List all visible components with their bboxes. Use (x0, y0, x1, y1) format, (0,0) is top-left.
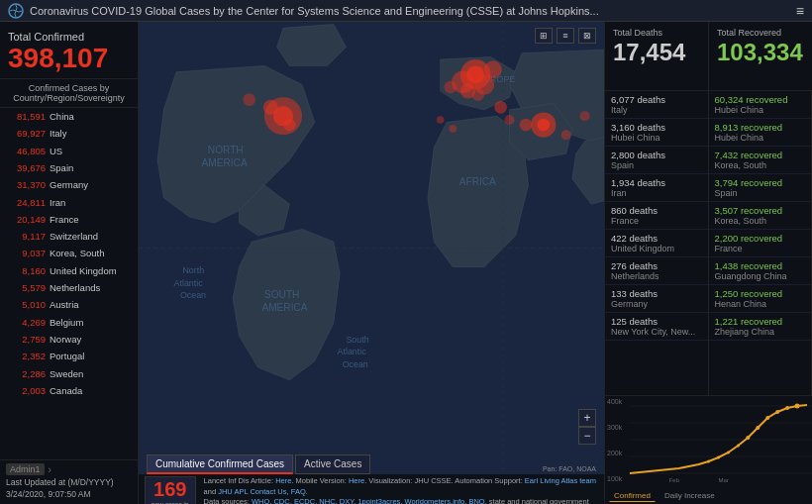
svg-text:AMERICA: AMERICA (261, 302, 307, 313)
map-expand-icon[interactable]: ⊠ (578, 28, 596, 44)
list-item[interactable]: 9,037Korea, South (0, 245, 138, 261)
list-item[interactable]: 81,591China (0, 108, 138, 125)
svg-point-54 (494, 101, 507, 114)
country-count: 9,117 (6, 230, 46, 243)
chart-tab-confirmed[interactable]: Confirmed (609, 489, 656, 502)
list-item[interactable]: 9,117Switzerland (0, 228, 138, 245)
country-name: Iran (50, 196, 65, 209)
country-count: 2,759 (6, 333, 46, 346)
recovered-location: Korea, South (715, 160, 806, 170)
chart-y-100k: 100k (607, 475, 622, 482)
svg-text:Ocean: Ocean (180, 290, 206, 300)
recovered-count: 8,913 recovered (715, 122, 806, 133)
map-list-icon[interactable]: ≡ (557, 28, 574, 44)
svg-text:SOUTH: SOUTH (264, 289, 300, 300)
list-item[interactable]: 20,149France (0, 211, 138, 228)
death-count: 1,934 deaths (611, 177, 702, 188)
chart-y-400k: 400k (607, 398, 622, 405)
country-name: Netherlands (50, 281, 100, 294)
header-title: Coronavirus COVID-19 Global Cases by the… (30, 5, 599, 17)
user-badge: Admin1 (6, 463, 45, 475)
svg-point-60 (795, 404, 800, 409)
list-item[interactable]: 2,352Portugal (0, 348, 138, 364)
death-count: 3,160 deaths (611, 122, 702, 133)
svg-text:Feb: Feb (669, 477, 680, 483)
list-item[interactable]: 24,811Iran (0, 194, 138, 211)
country-count: 2,352 (6, 350, 46, 362)
list-item: 8,913 recoveredHubei China (709, 119, 812, 147)
recovered-location: Zhejiang China (715, 327, 806, 337)
map-tab-active[interactable]: Active Cases (295, 454, 370, 474)
list-item: 1,438 recoveredGuangdong China (709, 257, 812, 285)
right-panel: Total Deaths 17,454 Total Recovered 103,… (604, 22, 812, 504)
zoom-out-button[interactable]: − (578, 427, 596, 445)
svg-text:Mar: Mar (718, 477, 728, 483)
list-item[interactable]: 31,370Germany (0, 176, 138, 193)
list-item[interactable]: 39,676Spain (0, 159, 138, 176)
country-name: Belgium (50, 316, 83, 329)
death-count: 133 deaths (611, 288, 702, 299)
list-item[interactable]: 4,269Belgium (0, 314, 138, 331)
menu-icon[interactable]: ≡ (796, 3, 804, 19)
info-footer: 169 new cases inlast 24h Lancet Inf Dis … (139, 474, 604, 504)
death-location: Hubei China (611, 133, 702, 143)
map-container[interactable]: NORTH AMERICA SOUTH AMERICA AFRICA ASIA … (139, 22, 604, 504)
country-list-header: Confirmed Cases byCountry/Region/Soverei… (0, 79, 138, 108)
new-cases-label: new cases inlast 24h (152, 500, 189, 504)
list-item[interactable]: 5,579Netherlands (0, 279, 138, 296)
country-list: 81,591China69,927Italy46,805US39,676Spai… (0, 108, 138, 459)
list-item[interactable]: 2,759Norway (0, 331, 138, 348)
list-item[interactable]: 5,010Austria (0, 296, 138, 313)
death-location: Germany (611, 299, 702, 309)
zoom-in-button[interactable]: + (578, 409, 596, 427)
app-logo (8, 3, 24, 19)
last-updated: Last Updated at (M/D/YYYY) 3/24/2020, 9:… (6, 477, 132, 501)
recovered-location: Henan China (715, 299, 806, 309)
total-confirmed-box: Total Confirmed 398,107 (0, 22, 138, 79)
world-map-svg: NORTH AMERICA SOUTH AMERICA AFRICA ASIA … (139, 22, 604, 474)
recovered-location: Guangdong China (715, 271, 806, 281)
chart-y-labels: 400k 300k 200k 100k (607, 398, 622, 482)
recovered-location: Hubei China (715, 133, 806, 143)
list-item: 6,077 deathsItaly (605, 91, 708, 119)
map-tab-cumulative[interactable]: Cumulative Confirmed Cases (147, 454, 293, 474)
svg-text:Atlantic: Atlantic (174, 278, 204, 288)
chart-tab-daily[interactable]: Daily Increase (660, 489, 720, 502)
svg-text:NORTH: NORTH (208, 145, 244, 155)
death-location: Italy (611, 105, 702, 115)
svg-point-29 (444, 81, 457, 94)
death-location: New York City, New... (611, 327, 702, 337)
recovered-count: 1,250 recovered (715, 288, 806, 299)
list-item[interactable]: 2,286Sweden (0, 365, 138, 382)
svg-point-38 (263, 100, 278, 115)
list-item[interactable]: 2,003Canada (0, 382, 138, 399)
svg-point-63 (765, 416, 769, 420)
country-count: 31,370 (6, 178, 46, 191)
country-name: Germany (50, 178, 88, 191)
deaths-number: 17,454 (613, 40, 700, 65)
deaths-recovered-lists: 6,077 deathsItaly3,160 deathsHubei China… (605, 91, 812, 395)
country-count: 69,927 (6, 127, 46, 140)
header-left: Coronavirus COVID-19 Global Cases by the… (8, 3, 599, 19)
info-text: Lancet Inf Dis Article: Here. Mobile Ver… (204, 476, 598, 504)
country-name: Canada (50, 384, 82, 397)
death-location: Iran (611, 188, 702, 198)
recovered-stat-box: Total Recovered 103,334 (709, 22, 812, 91)
list-item[interactable]: 8,160United Kingdom (0, 262, 138, 279)
svg-point-44 (520, 119, 533, 132)
svg-point-52 (561, 130, 571, 140)
map-grid-icon[interactable]: ⊞ (535, 28, 553, 44)
svg-text:Ocean: Ocean (343, 359, 368, 369)
country-name: Switzerland (50, 230, 98, 243)
country-count: 20,149 (6, 213, 46, 226)
list-item[interactable]: 69,927Italy (0, 125, 138, 142)
list-item[interactable]: 46,805US (0, 143, 138, 159)
country-name: Spain (50, 161, 73, 174)
svg-point-48 (437, 116, 445, 124)
sidebar-expand-icon[interactable]: › (49, 464, 51, 475)
recovered-location: France (715, 244, 806, 253)
list-item: 1,934 deathsIran (605, 174, 708, 202)
list-item: 276 deathsNetherlands (605, 257, 708, 285)
recovered-location: Korea, South (715, 216, 806, 226)
country-name: Sweden (50, 367, 83, 380)
